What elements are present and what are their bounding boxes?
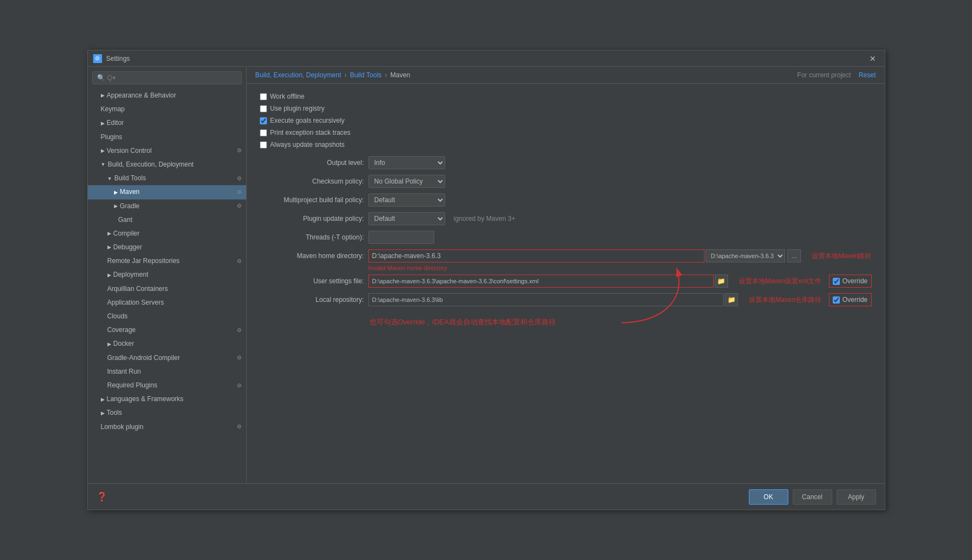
- search-box[interactable]: 🔍: [92, 71, 242, 84]
- multiproject-select[interactable]: Default: [368, 193, 445, 207]
- sidebar-item-label: Gradle: [120, 201, 140, 212]
- maven-home-dropdown[interactable]: D:\apache-maven-3.6.3: [706, 249, 785, 262]
- search-input[interactable]: [107, 74, 237, 82]
- ok-button[interactable]: OK: [749, 489, 788, 505]
- sidebar-item-debugger[interactable]: ▶ Debugger: [88, 241, 246, 254]
- gear-icon: ⚙: [237, 257, 242, 266]
- threads-input[interactable]: [368, 231, 434, 244]
- local-repo-label: Local repository:: [260, 296, 364, 304]
- sidebar-item-plugins[interactable]: Plugins: [88, 130, 246, 144]
- maven-home-annotation: 设置本地Maven路径: [812, 252, 871, 261]
- sidebar-item-gradle-android[interactable]: Gradle-Android Compiler ⚙: [88, 351, 246, 365]
- cancel-button[interactable]: Cancel: [793, 489, 832, 505]
- output-level-select[interactable]: Info: [368, 156, 445, 169]
- output-level-label: Output level:: [260, 159, 364, 167]
- settings-content: Work offline Use plugin registry Execute…: [247, 84, 885, 483]
- breadcrumb-build-tools[interactable]: Build Tools: [350, 71, 382, 79]
- user-settings-override[interactable]: Override: [829, 275, 871, 288]
- window-title: Settings: [106, 55, 866, 62]
- sidebar-item-version-control[interactable]: ▶ Version Control ⚙: [88, 144, 246, 158]
- sidebar-item-label: Plugins: [101, 132, 122, 142]
- sidebar-item-appearance[interactable]: ▶ Appearance & Behavior: [88, 89, 246, 102]
- chevron-right-icon: ▶: [101, 92, 105, 99]
- sidebar-item-gant[interactable]: Gant: [88, 213, 246, 227]
- checksum-row: Checksum policy: No Global Policy: [260, 175, 872, 188]
- checksum-select[interactable]: No Global Policy: [368, 175, 445, 188]
- sidebar-item-label: Deployment: [113, 270, 149, 280]
- sidebar-item-editor[interactable]: ▶ Editor: [88, 116, 246, 130]
- always-update-checkbox[interactable]: [260, 141, 267, 148]
- work-offline-checkbox[interactable]: [260, 93, 267, 100]
- reset-button[interactable]: Reset: [859, 71, 876, 79]
- maven-home-browse-button[interactable]: …: [787, 249, 801, 262]
- maven-home-row: Maven home directory: D:\apache-maven-3.…: [260, 249, 872, 262]
- sidebar-item-label: Coverage: [107, 325, 136, 335]
- work-offline-row: Work offline: [260, 93, 872, 100]
- sidebar-item-keymap[interactable]: Keymap: [88, 102, 246, 116]
- app-icon: ⚙: [93, 54, 102, 63]
- gear-icon: ⚙: [237, 188, 242, 197]
- apply-button[interactable]: Apply: [837, 489, 876, 505]
- sidebar-item-gradle[interactable]: ▶ Gradle ⚙: [88, 199, 246, 213]
- sidebar-item-docker[interactable]: ▶ Docker: [88, 337, 246, 351]
- plugin-update-select[interactable]: Default: [368, 212, 445, 225]
- sidebar-item-deployment[interactable]: ▶ Deployment: [88, 268, 246, 282]
- plugin-registry-checkbox[interactable]: [260, 105, 267, 112]
- sidebar-item-label: Arquillian Containers: [107, 284, 168, 294]
- local-repo-override-checkbox[interactable]: [833, 296, 840, 304]
- multiproject-row: Multiproject build fail policy: Default: [260, 193, 872, 207]
- sidebar-item-label: Build, Execution, Deployment: [107, 159, 194, 170]
- user-settings-override-checkbox[interactable]: [833, 278, 840, 285]
- sidebar-item-required-plugins[interactable]: Required Plugins ⚙: [88, 379, 246, 392]
- local-repo-override[interactable]: Override: [829, 293, 871, 306]
- checksum-label: Checksum policy:: [260, 178, 364, 185]
- local-repo-annotation: 设置本地Maven仓库路径: [749, 295, 821, 305]
- help-icon[interactable]: ❓: [96, 492, 107, 502]
- print-exception-checkbox[interactable]: [260, 129, 267, 136]
- close-button[interactable]: ✕: [866, 53, 879, 64]
- user-settings-annotation: 设置本地Maven设置xml文件: [739, 277, 822, 286]
- main-panel: Build, Execution, Deployment › Build Too…: [247, 67, 885, 483]
- sidebar-item-maven[interactable]: ▶ Maven ⚙: [88, 185, 246, 199]
- chevron-right-icon: ▶: [101, 147, 105, 155]
- sidebar-item-build-tools[interactable]: ▼ Build Tools ⚙: [88, 172, 246, 185]
- sidebar-item-label: Gant: [118, 215, 133, 225]
- work-offline-label: Work offline: [270, 93, 305, 100]
- separator-icon: ›: [385, 71, 387, 79]
- sidebar-item-lombok[interactable]: Lombok plugin ⚙: [88, 420, 246, 434]
- for-project-label: For current project: [797, 71, 851, 79]
- sidebar-item-label: Remote Jar Repositories: [107, 256, 180, 266]
- sidebar-item-label: Keymap: [101, 104, 125, 115]
- sidebar-item-build-execution[interactable]: ▼ Build, Execution, Deployment: [88, 158, 246, 172]
- sidebar-item-clouds[interactable]: Clouds: [88, 310, 246, 323]
- print-exception-row: Print exception stack traces: [260, 129, 872, 136]
- sidebar-item-label: Required Plugins: [107, 380, 157, 391]
- execute-goals-checkbox[interactable]: [260, 117, 267, 124]
- sidebar-item-remote-jar[interactable]: Remote Jar Repositories ⚙: [88, 254, 246, 268]
- titlebar: ⚙ Settings ✕: [88, 50, 885, 67]
- bottom-bar: ❓ OK Cancel Apply: [88, 483, 885, 510]
- sidebar-item-app-servers[interactable]: Application Servers: [88, 296, 246, 310]
- sidebar-item-instant-run[interactable]: Instant Run: [88, 365, 246, 379]
- threads-row: Threads (-T option):: [260, 231, 872, 244]
- sidebar-item-arquillian[interactable]: Arquillian Containers: [88, 282, 246, 296]
- ignored-note: ignored by Maven 3+: [454, 215, 515, 222]
- gear-icon: ⚙: [237, 202, 242, 210]
- sidebar-item-coverage[interactable]: Coverage ⚙: [88, 323, 246, 337]
- threads-label: Threads (-T option):: [260, 233, 364, 241]
- sidebar-item-compiler[interactable]: ▶ Compiler: [88, 227, 246, 241]
- execute-goals-row: Execute goals recursively: [260, 117, 872, 124]
- maven-home-input[interactable]: [369, 251, 704, 261]
- sidebar-item-tools[interactable]: ▶ Tools: [88, 406, 246, 420]
- sidebar: 🔍 ▶ Appearance & Behavior Keymap ▶ Edito…: [88, 67, 247, 483]
- invalid-maven-text: Invalid Maven home directory: [368, 265, 872, 271]
- sidebar-item-label: Compiler: [113, 228, 140, 239]
- sidebar-item-languages[interactable]: ▶ Languages & Frameworks: [88, 392, 246, 406]
- breadcrumb-build-execution[interactable]: Build, Execution, Deployment: [255, 71, 342, 79]
- gear-icon: ⚙: [237, 174, 242, 183]
- plugin-registry-label: Use plugin registry: [270, 105, 325, 112]
- plugin-update-row: Plugin update policy: Default ignored by…: [260, 212, 872, 225]
- separator-icon: ›: [344, 71, 346, 79]
- sidebar-item-label: Editor: [107, 118, 124, 128]
- chevron-right-icon: ▶: [114, 202, 118, 210]
